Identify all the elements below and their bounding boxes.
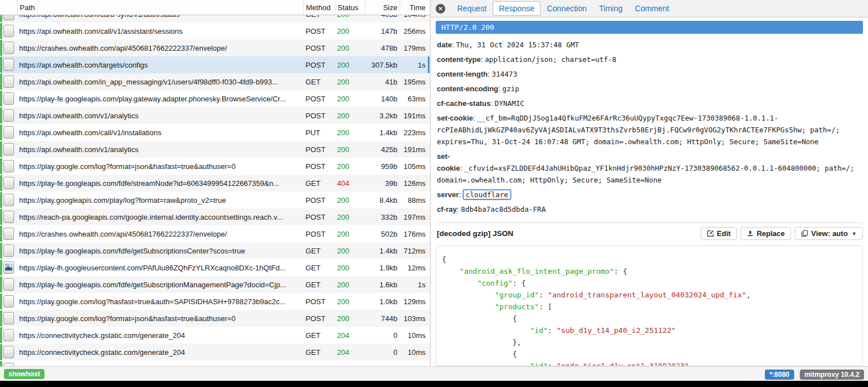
flow-size: 3.2kb [365,112,400,120]
flow-status: 200 [335,112,365,120]
flow-row[interactable]: https://crashes.owhealth.com/api/4506817… [0,39,430,56]
flow-size: 307.5kb [365,61,400,69]
flow-size: 403b [365,15,400,19]
column-header-time[interactable]: Time [400,0,430,15]
flow-path: https://play-fe.googleapis.com/fdfe/getS… [17,281,303,289]
flow-time: 10ms [400,365,430,367]
flow-row[interactable]: https://api.owhealth.com/v1/analyticsPOS… [0,141,430,158]
close-icon[interactable]: ✕ [436,4,445,14]
flow-row[interactable]: https://play-fe.googleapis.com/fdfe/getS… [0,242,430,259]
flow-row[interactable]: https://reach-pa.googleapis.com/google.i… [0,208,430,225]
header-name: content-length [437,70,488,78]
edit-icon [707,230,714,237]
bottom-black-strip [0,381,868,387]
header-name: cf-cache-status [437,99,490,108]
content-encoding-label: [decoded gzip] JSON [437,229,513,238]
flow-list-scrollbar[interactable] [428,56,429,73]
flow-row[interactable]: https://play-fe.googleapis.com/fdfe/stre… [0,175,430,192]
flow-status: 200 [335,95,365,103]
flow-method: POST [303,314,335,323]
tab-connection[interactable]: Connection [541,1,593,16]
flow-time: 197ms [400,213,430,221]
flow-size: 147b [365,27,400,35]
image-icon [3,261,14,274]
flow-row[interactable]: https://api.owhealth.com/targets/configs… [0,56,430,73]
flow-row[interactable]: https://connectivitycheck.gstatic.com/ge… [0,361,430,366]
flow-time: 126ms [400,179,430,188]
flow-time: 191ms [400,112,430,120]
flow-method: POST [303,44,335,52]
upload-icon [747,230,754,237]
header-name: set- [437,152,450,161]
header-value: application/json; charset=utf-8 [485,55,616,64]
replace-button[interactable]: Replace [741,227,791,240]
flow-row[interactable]: https://api.owhealth.com/v1/analyticsPOS… [0,107,430,124]
flow-size: 1.0kb [365,297,400,306]
document-icon [3,160,14,172]
flow-row[interactable]: https://play-fe.googleapis.com/fdfe/getS… [0,276,430,293]
flow-row[interactable]: https://api.owhealth.com/call/v1/assista… [0,23,430,39]
flow-method: POST [303,112,335,120]
flow-row[interactable]: https://play-fe.googleapis.com/play.gate… [0,90,430,107]
flow-method: PUT [303,128,335,137]
edit-button[interactable]: Edit [701,227,737,240]
column-header-path[interactable]: Path [17,0,303,15]
tab-request[interactable]: Request [451,1,493,16]
flow-row[interactable]: https://crashes.owhealth.com/api/4506817… [0,225,430,242]
view-button[interactable]: View: auto▼ [795,227,863,240]
flow-method: GET [303,264,335,272]
flow-path: https://play.google.com/log?format=json&… [17,314,303,323]
flow-row[interactable]: https://api.owhealth.com/call/v1/install… [0,124,430,141]
document-icon [3,25,14,37]
flow-method: POST [303,297,335,306]
flow-method: GET [303,331,335,340]
flow-status: 200 [335,264,365,272]
flow-row[interactable]: https://connectivitycheck.gstatic.com/ge… [0,344,430,361]
server-header-value[interactable]: cloudflare [463,189,511,200]
response-header-row: set-cookie: _cfuvid=xsFZLDDEFd4JahUHibQp… [437,150,863,186]
flow-size: 1.6kb [365,281,400,289]
header-value: _cfuvid=xsFZLDDEFd4JahUHibQpaz_YF1knHdjr… [437,164,854,184]
flow-status: 200 [335,162,365,171]
flow-row[interactable]: https://connectivitycheck.gstatic.com/ge… [0,327,430,344]
json-line: "group_id": "android_transparent_layout_… [442,289,857,301]
column-header-status[interactable]: Status [335,0,365,15]
flow-size: 1.9kb [365,264,400,272]
column-header-size[interactable]: Size [365,0,400,15]
button-label: Edit [717,229,731,238]
header-value: DYNAMIC [495,99,525,108]
flow-method: GET [303,348,335,357]
response-header-row: server: cloudflare [437,189,863,201]
flow-row[interactable]: https://play.googleapis.com/play/log?for… [0,192,430,208]
document-icon [3,211,14,223]
tab-response[interactable]: Response [493,1,541,16]
showhost-badge: showhost [4,369,45,379]
mitmweb-app: Path Method Status Size Time https://api… [0,0,868,366]
flow-time: 179ms [400,44,430,52]
flow-row[interactable]: https://play.google.com/log?hasfast=true… [0,293,430,310]
tab-timing[interactable]: Timing [593,1,629,16]
flow-time: 10ms [400,348,430,357]
header-value: 8db4ba7ac8d5dbda-FRA [461,205,546,213]
flow-method: POST [303,61,335,69]
header-value: __cf_bm=RqDDjJSog1a4QfkuFM2e6FArRc36uUQy… [437,114,840,146]
flow-method: GET [303,365,335,367]
flow-time: 88ms [400,196,430,204]
flow-time: 176ms [400,230,430,238]
flow-path: https://connectivitycheck.gstatic.com/ge… [17,365,303,367]
flow-row[interactable]: https://play.google.com/log?format=json&… [0,158,430,175]
flow-row[interactable]: https://play.google.com/log?format=json&… [0,310,430,327]
flow-row[interactable]: https://play-lh.googleusercontent.com/PA… [0,259,430,276]
flow-row[interactable]: https://api.owhealth.com/card-sync/v1/au… [0,15,430,23]
flow-path: https://api.owhealth.com/targets/configs [17,61,303,69]
tab-comment[interactable]: Comment [629,1,676,16]
flow-row[interactable]: https://api.owhealth.com/in_app_messagin… [0,73,430,90]
response-header-row: date: Thu, 31 Oct 2024 15:37:48 GMT [437,39,863,51]
header-name: cookie [437,164,460,172]
flow-path: https://play-fe.googleapis.com/fdfe/stre… [17,179,303,188]
flow-size: 502b [365,230,400,238]
flow-method: POST [303,196,335,204]
flow-size: 1.4kb [365,247,400,255]
column-header-method[interactable]: Method [303,0,335,15]
flow-time: 1s [400,281,430,289]
